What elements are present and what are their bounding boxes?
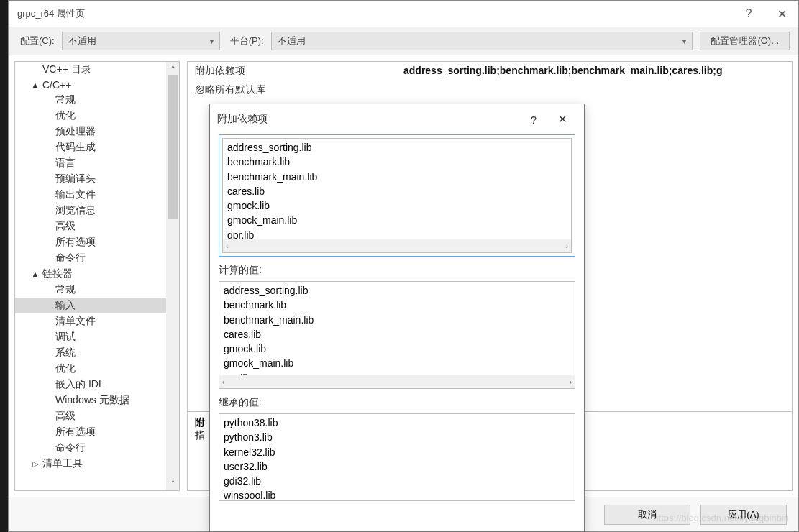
tree-item[interactable]: 嵌入的 IDL xyxy=(15,377,179,393)
cancel-button[interactable]: 取消 xyxy=(604,505,690,525)
list-item: benchmark.lib xyxy=(224,298,570,312)
tree-item[interactable]: 语言 xyxy=(15,155,179,171)
tree-item-label: 清单工具 xyxy=(42,457,83,470)
dialog-title: 附加依赖项 xyxy=(217,113,268,126)
tree-item[interactable]: VC++ 目录 xyxy=(15,62,179,78)
computed-list-frame: address_sorting.libbenchmark.libbenchmar… xyxy=(219,281,575,389)
editable-list-frame: address_sorting.libbenchmark.libbenchmar… xyxy=(219,134,575,257)
scroll-left-icon[interactable]: ‹ xyxy=(226,242,228,250)
scroll-left-icon[interactable]: ‹ xyxy=(222,378,224,386)
list-item: kernel32.lib xyxy=(224,445,570,459)
inherited-list: python38.libpython3.libkernel32.libuser3… xyxy=(219,414,575,500)
tree-item[interactable]: 命令行 xyxy=(15,440,179,456)
tree-item-label: 语言 xyxy=(55,157,76,170)
toggle-icon[interactable]: ▷ xyxy=(31,459,40,469)
tree-item[interactable]: 高级 xyxy=(15,219,179,234)
tree-item-label: 链接器 xyxy=(42,267,73,280)
tree-item[interactable]: Windows 元数据 xyxy=(15,393,179,408)
list-item: gdi32.lib xyxy=(224,474,570,488)
chevron-down-icon: ▾ xyxy=(682,37,686,45)
tree-scrollbar[interactable]: ˄ ˅ xyxy=(166,62,179,490)
help-button[interactable]: ? xyxy=(519,105,548,134)
tree-item[interactable]: 优化 xyxy=(15,361,179,377)
scroll-up-icon[interactable]: ˄ xyxy=(166,62,179,75)
tree-item[interactable]: 预处理器 xyxy=(15,124,179,139)
property-row[interactable]: 附加依赖项 address_sorting.lib;benchmark.lib;… xyxy=(188,62,792,81)
list-item: winspool.lib xyxy=(224,488,570,500)
tree-item[interactable]: 输出文件 xyxy=(15,187,179,203)
tree-item[interactable]: 调试 xyxy=(15,329,179,345)
close-button[interactable]: ✕ xyxy=(765,1,798,27)
tree-item[interactable]: 浏览信息 xyxy=(15,203,179,219)
tree-item-label: 常规 xyxy=(55,283,76,296)
scroll-right-icon[interactable]: › xyxy=(570,378,572,386)
tree-item-label: 代码生成 xyxy=(55,141,96,154)
inherited-label: 继承的值: xyxy=(219,396,575,409)
scroll-down-icon[interactable]: ˅ xyxy=(166,477,179,490)
editable-list[interactable]: address_sorting.libbenchmark.libbenchmar… xyxy=(222,138,572,253)
tree-item-label: 输入 xyxy=(55,299,76,312)
tree-item[interactable]: ▷清单工具 xyxy=(15,456,179,472)
property-value xyxy=(403,83,785,96)
tree-item-label: 优化 xyxy=(55,362,76,375)
tree-item-label: 命令行 xyxy=(55,252,86,265)
property-key: 忽略所有默认库 xyxy=(195,83,389,96)
close-button[interactable]: ✕ xyxy=(548,105,577,134)
list-item: benchmark_main.lib xyxy=(227,170,567,184)
h-scrollbar[interactable]: ‹› xyxy=(223,239,571,252)
tree-item[interactable]: 命令行 xyxy=(15,250,179,266)
tree-item-label: 高级 xyxy=(55,410,76,423)
additional-deps-dialog: 附加依赖项 ? ✕ address_sorting.libbenchmark.l… xyxy=(209,104,585,532)
property-key: 附加依赖项 xyxy=(195,65,389,78)
tree-item[interactable]: ▲链接器 xyxy=(15,266,179,282)
toggle-icon[interactable]: ▲ xyxy=(31,270,40,278)
inherited-list-frame: python38.libpython3.libkernel32.libuser3… xyxy=(219,413,575,501)
list-item: gmock_main.lib xyxy=(227,213,567,227)
apply-button[interactable]: 应用(A) xyxy=(700,505,787,525)
config-toolbar: 配置(C): 不适用 ▾ 平台(P): 不适用 ▾ 配置管理器(O)... xyxy=(9,27,798,55)
tree-item-label: 清单文件 xyxy=(55,315,96,328)
config-combo[interactable]: 不适用 ▾ xyxy=(62,32,220,50)
titlebar: grpc_r64 属性页 ? ✕ xyxy=(9,1,798,27)
tree-item-label: 预处理器 xyxy=(55,125,96,138)
property-row[interactable]: 忽略所有默认库 xyxy=(188,81,792,99)
property-value: address_sorting.lib;benchmark.lib;benchm… xyxy=(403,65,785,78)
tree-item-label: VC++ 目录 xyxy=(42,63,91,76)
h-scrollbar[interactable]: ‹› xyxy=(219,375,575,388)
platform-combo[interactable]: 不适用 ▾ xyxy=(271,32,693,50)
nav-tree[interactable]: VC++ 目录▲C/C++常规优化预处理器代码生成语言预编译头输出文件浏览信息高… xyxy=(15,62,179,490)
config-manager-button[interactable]: 配置管理器(O)... xyxy=(700,32,790,50)
toggle-icon[interactable]: ▲ xyxy=(31,81,40,89)
tree-item-label: C/C++ xyxy=(42,79,71,91)
computed-list: address_sorting.libbenchmark.libbenchmar… xyxy=(219,282,575,388)
scroll-thumb[interactable] xyxy=(168,75,178,219)
tree-item-label: 浏览信息 xyxy=(55,204,96,217)
tree-item[interactable]: 常规 xyxy=(15,282,179,298)
platform-label: 平台(P): xyxy=(230,35,264,47)
tree-item[interactable]: 所有选项 xyxy=(15,424,179,440)
tree-item[interactable]: 输入 xyxy=(15,298,179,313)
scroll-right-icon[interactable]: › xyxy=(566,242,568,250)
list-item: user32.lib xyxy=(224,459,570,474)
list-item: gmock_main.lib xyxy=(224,356,570,370)
tree-item-label: 高级 xyxy=(55,220,76,233)
tree-item-label: Windows 元数据 xyxy=(55,394,129,407)
tree-item-label: 常规 xyxy=(55,93,76,106)
chevron-down-icon: ▾ xyxy=(210,37,214,45)
list-item: benchmark_main.lib xyxy=(224,313,570,327)
tree-item[interactable]: 优化 xyxy=(15,108,179,124)
tree-item-label: 所有选项 xyxy=(55,426,96,439)
dialog-titlebar: 附加依赖项 ? ✕ xyxy=(210,104,584,134)
tree-item-label: 优化 xyxy=(55,109,76,122)
window-title: grpc_r64 属性页 xyxy=(17,7,85,20)
tree-item[interactable]: 高级 xyxy=(15,408,179,424)
tree-item[interactable]: 预编译头 xyxy=(15,171,179,187)
tree-item[interactable]: 所有选项 xyxy=(15,234,179,250)
tree-item[interactable]: 代码生成 xyxy=(15,139,179,155)
tree-item[interactable]: 系统 xyxy=(15,345,179,361)
tree-item[interactable]: ▲C/C++ xyxy=(15,78,179,92)
tree-item[interactable]: 常规 xyxy=(15,92,179,108)
tree-item[interactable]: 清单文件 xyxy=(15,313,179,329)
list-item: cares.lib xyxy=(227,184,567,198)
help-button[interactable]: ? xyxy=(732,1,765,27)
